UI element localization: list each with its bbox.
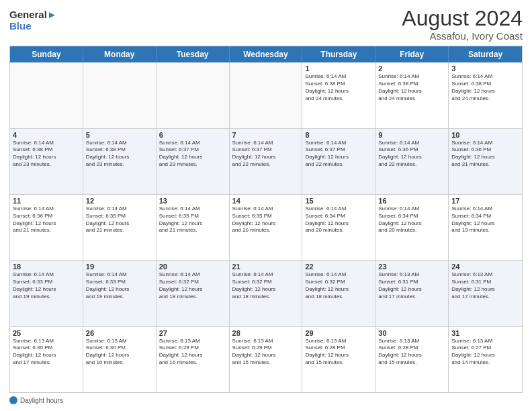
location: Assafou, Ivory Coast xyxy=(402,30,523,42)
day-number: 15 xyxy=(305,197,372,205)
cal-cell-1-5: 9Sunrise: 6:14 AMSunset: 6:36 PMDaylight… xyxy=(375,129,449,194)
day-number: 12 xyxy=(86,197,153,205)
day-number: 8 xyxy=(305,131,372,139)
calendar-header: SundayMondayTuesdayWednesdayThursdayFrid… xyxy=(10,46,522,62)
day-number: 10 xyxy=(451,131,519,139)
cal-row-4: 25Sunrise: 6:13 AMSunset: 6:30 PMDayligh… xyxy=(10,326,522,392)
day-number: 19 xyxy=(86,263,153,271)
cell-info: Sunrise: 6:13 AMSunset: 6:29 PMDaylight:… xyxy=(159,338,226,367)
cal-cell-4-2: 27Sunrise: 6:13 AMSunset: 6:29 PMDayligh… xyxy=(157,327,230,392)
cal-cell-2-5: 16Sunrise: 6:14 AMSunset: 6:34 PMDayligh… xyxy=(375,195,449,260)
cal-cell-4-1: 26Sunrise: 6:13 AMSunset: 6:30 PMDayligh… xyxy=(83,327,157,392)
cal-cell-0-6: 3Sunrise: 6:14 AMSunset: 6:38 PMDaylight… xyxy=(449,62,522,128)
cal-cell-3-5: 23Sunrise: 6:13 AMSunset: 6:31 PMDayligh… xyxy=(375,261,449,326)
cell-info: Sunrise: 6:13 AMSunset: 6:28 PMDaylight:… xyxy=(378,338,445,367)
cell-info: Sunrise: 6:14 AMSunset: 6:34 PMDaylight:… xyxy=(451,205,519,234)
month-year: August 2024 xyxy=(402,7,523,30)
footer: Daylight hours xyxy=(9,396,523,404)
footer-label: Daylight hours xyxy=(20,397,63,404)
cal-cell-2-4: 15Sunrise: 6:14 AMSunset: 6:34 PMDayligh… xyxy=(302,195,375,260)
cal-cell-3-3: 21Sunrise: 6:14 AMSunset: 6:32 PMDayligh… xyxy=(230,261,303,326)
cal-cell-0-2 xyxy=(157,62,230,128)
cal-cell-2-1: 12Sunrise: 6:14 AMSunset: 6:35 PMDayligh… xyxy=(83,195,157,260)
day-number: 11 xyxy=(13,197,80,205)
day-number: 26 xyxy=(86,329,153,337)
day-number: 21 xyxy=(232,263,300,271)
cal-cell-1-0: 4Sunrise: 6:14 AMSunset: 6:38 PMDaylight… xyxy=(10,129,83,194)
cell-info: Sunrise: 6:14 AMSunset: 6:36 PMDaylight:… xyxy=(378,140,445,169)
cell-info: Sunrise: 6:13 AMSunset: 6:28 PMDaylight:… xyxy=(305,338,372,367)
cell-info: Sunrise: 6:13 AMSunset: 6:30 PMDaylight:… xyxy=(13,338,80,367)
cell-info: Sunrise: 6:14 AMSunset: 6:38 PMDaylight:… xyxy=(451,73,519,102)
cell-info: Sunrise: 6:14 AMSunset: 6:34 PMDaylight:… xyxy=(378,205,445,234)
day-number: 29 xyxy=(305,329,372,337)
day-number: 20 xyxy=(159,263,226,271)
header-day-thursday: Thursday xyxy=(302,46,375,62)
cal-cell-0-1 xyxy=(83,62,157,128)
cell-info: Sunrise: 6:14 AMSunset: 6:35 PMDaylight:… xyxy=(86,205,153,234)
day-number: 28 xyxy=(232,329,300,337)
header-day-wednesday: Wednesday xyxy=(230,46,303,62)
cell-info: Sunrise: 6:14 AMSunset: 6:34 PMDaylight:… xyxy=(305,205,372,234)
cal-cell-0-5: 2Sunrise: 6:14 AMSunset: 6:38 PMDaylight… xyxy=(375,62,449,128)
cal-row-3: 18Sunrise: 6:14 AMSunset: 6:33 PMDayligh… xyxy=(10,260,522,326)
cal-cell-3-2: 20Sunrise: 6:14 AMSunset: 6:32 PMDayligh… xyxy=(157,261,230,326)
day-number: 6 xyxy=(159,131,226,139)
cell-info: Sunrise: 6:14 AMSunset: 6:38 PMDaylight:… xyxy=(305,73,372,102)
day-number: 30 xyxy=(378,329,445,337)
cal-cell-4-5: 30Sunrise: 6:13 AMSunset: 6:28 PMDayligh… xyxy=(375,327,449,392)
cal-cell-0-0 xyxy=(10,62,83,128)
cal-cell-4-6: 31Sunrise: 6:13 AMSunset: 6:27 PMDayligh… xyxy=(449,327,522,392)
cell-info: Sunrise: 6:14 AMSunset: 6:32 PMDaylight:… xyxy=(159,271,226,300)
cell-info: Sunrise: 6:14 AMSunset: 6:37 PMDaylight:… xyxy=(232,140,300,169)
cal-cell-2-0: 11Sunrise: 6:14 AMSunset: 6:36 PMDayligh… xyxy=(10,195,83,260)
cal-cell-2-2: 13Sunrise: 6:14 AMSunset: 6:35 PMDayligh… xyxy=(157,195,230,260)
cell-info: Sunrise: 6:14 AMSunset: 6:33 PMDaylight:… xyxy=(13,271,80,300)
day-number: 24 xyxy=(451,263,519,271)
header-day-tuesday: Tuesday xyxy=(157,46,230,62)
cell-info: Sunrise: 6:14 AMSunset: 6:36 PMDaylight:… xyxy=(451,140,519,169)
cal-cell-1-3: 7Sunrise: 6:14 AMSunset: 6:37 PMDaylight… xyxy=(230,129,303,194)
cal-cell-1-2: 6Sunrise: 6:14 AMSunset: 6:37 PMDaylight… xyxy=(157,129,230,194)
header-day-saturday: Saturday xyxy=(449,46,522,62)
header-day-friday: Friday xyxy=(375,46,449,62)
day-number: 5 xyxy=(86,131,153,139)
cal-cell-3-1: 19Sunrise: 6:14 AMSunset: 6:33 PMDayligh… xyxy=(83,261,157,326)
page: General► Blue August 2024 Assafou, Ivory… xyxy=(0,0,532,411)
day-number: 14 xyxy=(232,197,300,205)
day-number: 27 xyxy=(159,329,226,337)
day-number: 2 xyxy=(378,64,445,73)
cal-cell-4-0: 25Sunrise: 6:13 AMSunset: 6:30 PMDayligh… xyxy=(10,327,83,392)
cell-info: Sunrise: 6:14 AMSunset: 6:32 PMDaylight:… xyxy=(305,271,372,300)
day-number: 1 xyxy=(305,64,372,73)
cell-info: Sunrise: 6:14 AMSunset: 6:38 PMDaylight:… xyxy=(86,140,153,169)
day-number: 9 xyxy=(378,131,445,139)
day-number: 22 xyxy=(305,263,372,271)
cal-cell-1-4: 8Sunrise: 6:14 AMSunset: 6:37 PMDaylight… xyxy=(302,129,375,194)
logo: General► Blue xyxy=(9,9,57,32)
cal-row-0: 1Sunrise: 6:14 AMSunset: 6:38 PMDaylight… xyxy=(10,62,522,128)
cal-cell-4-3: 28Sunrise: 6:13 AMSunset: 6:29 PMDayligh… xyxy=(230,327,303,392)
cal-cell-3-4: 22Sunrise: 6:14 AMSunset: 6:32 PMDayligh… xyxy=(302,261,375,326)
cell-info: Sunrise: 6:13 AMSunset: 6:27 PMDaylight:… xyxy=(451,338,519,367)
cal-cell-3-6: 24Sunrise: 6:13 AMSunset: 6:31 PMDayligh… xyxy=(449,261,522,326)
cal-row-2: 11Sunrise: 6:14 AMSunset: 6:36 PMDayligh… xyxy=(10,194,522,260)
cal-cell-2-3: 14Sunrise: 6:14 AMSunset: 6:35 PMDayligh… xyxy=(230,195,303,260)
cell-info: Sunrise: 6:14 AMSunset: 6:37 PMDaylight:… xyxy=(305,140,372,169)
cal-cell-4-4: 29Sunrise: 6:13 AMSunset: 6:28 PMDayligh… xyxy=(302,327,375,392)
footer-dot xyxy=(9,396,17,404)
day-number: 23 xyxy=(378,263,445,271)
header-day-monday: Monday xyxy=(83,46,157,62)
cell-info: Sunrise: 6:13 AMSunset: 6:29 PMDaylight:… xyxy=(232,338,300,367)
day-number: 25 xyxy=(13,329,80,337)
header: General► Blue August 2024 Assafou, Ivory… xyxy=(9,7,523,42)
title-block: August 2024 Assafou, Ivory Coast xyxy=(402,7,523,42)
cell-info: Sunrise: 6:13 AMSunset: 6:31 PMDaylight:… xyxy=(378,271,445,300)
day-number: 3 xyxy=(451,64,519,73)
calendar: SundayMondayTuesdayWednesdayThursdayFrid… xyxy=(9,46,523,393)
cell-info: Sunrise: 6:14 AMSunset: 6:33 PMDaylight:… xyxy=(86,271,153,300)
day-number: 17 xyxy=(451,197,519,205)
cell-info: Sunrise: 6:13 AMSunset: 6:31 PMDaylight:… xyxy=(451,271,519,300)
day-number: 13 xyxy=(159,197,226,205)
cell-info: Sunrise: 6:14 AMSunset: 6:38 PMDaylight:… xyxy=(13,140,80,169)
